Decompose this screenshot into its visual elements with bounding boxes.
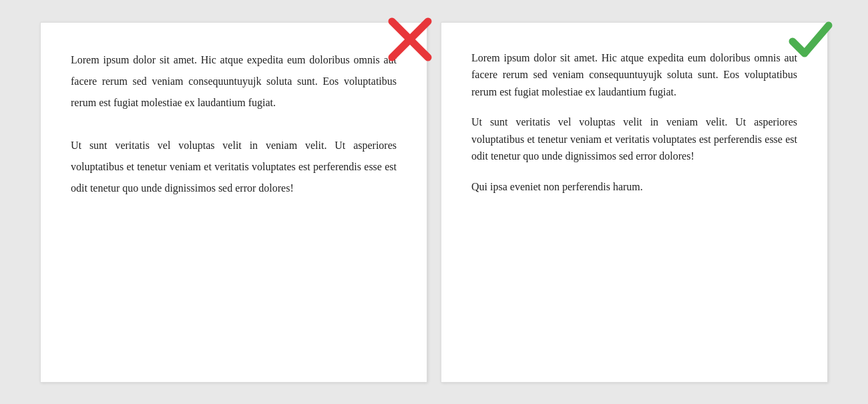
left-paragraph-1: Lorem ipsum dolor sit amet. Hic atque ex…: [71, 49, 397, 114]
check-icon: [787, 16, 834, 70]
panels-container: Lorem ipsum dolor sit amet. Hic atque ex…: [0, 0, 868, 404]
left-panel-text: Lorem ipsum dolor sit amet. Hic atque ex…: [71, 49, 397, 199]
right-panel: Lorem ipsum dolor sit amet. Hic atque ex…: [441, 22, 828, 383]
right-paragraph-1: Lorem ipsum dolor sit amet. Hic atque ex…: [471, 49, 797, 101]
right-paragraph-2: Ut sunt veritatis vel voluptas velit in …: [471, 114, 797, 165]
left-panel: Lorem ipsum dolor sit amet. Hic atque ex…: [40, 22, 427, 383]
left-paragraph-2: Ut sunt veritatis vel voluptas velit in …: [71, 135, 397, 199]
cross-icon: [387, 16, 433, 70]
right-paragraph-3: Qui ipsa eveniet non perferendis harum.: [471, 178, 797, 196]
right-panel-text: Lorem ipsum dolor sit amet. Hic atque ex…: [471, 49, 797, 196]
